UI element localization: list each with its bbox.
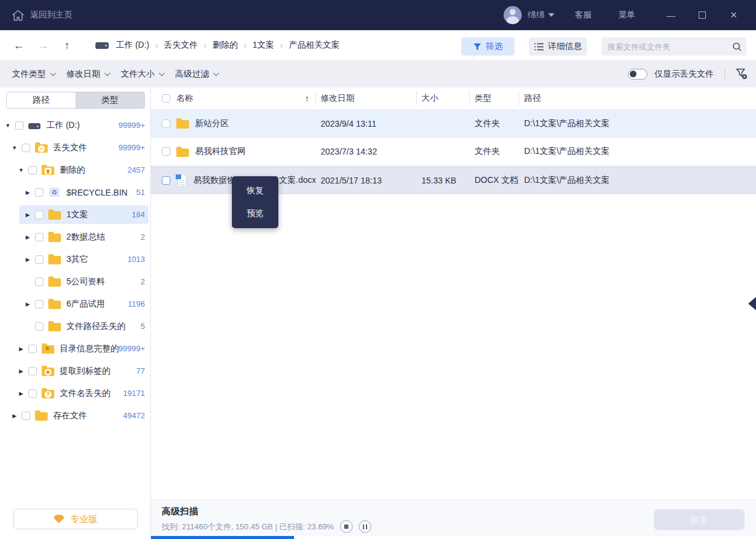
tab-type[interactable]: 类型 (75, 92, 144, 108)
upgrade-pro-button[interactable]: 专业版 (13, 509, 138, 529)
folder-icon (48, 323, 61, 331)
breadcrumb-item[interactable]: 产品相关文案 (287, 40, 341, 51)
filter-button[interactable]: 筛选 (461, 37, 514, 56)
column-header-size[interactable]: 大小 (417, 91, 470, 106)
clear-filter-icon[interactable] (736, 68, 748, 80)
row-checkbox[interactable] (162, 176, 170, 185)
column-header-date[interactable]: 修改日期 (316, 91, 417, 106)
scan-status-text: 找到: 211460个文件, 150.45 GB | 已扫描: 23.69% (162, 521, 334, 532)
tree-item-directory-complete[interactable]: ▶ ★ 目录信息完整的 99999+ (0, 337, 151, 360)
details-button[interactable]: 详细信息 (529, 37, 587, 56)
tree-item-lost-files[interactable]: ▼ − 丢失文件 99999+ (0, 136, 151, 159)
expand-icon[interactable]: ▶ (24, 212, 32, 218)
breadcrumb-item[interactable]: 丢失文件 (163, 40, 199, 51)
tree-item-existing-files[interactable]: ▶ 存在文件 49472 (0, 404, 151, 427)
row-checkbox[interactable] (162, 147, 170, 156)
tree-checkbox[interactable] (35, 233, 43, 241)
breadcrumb-item[interactable]: 工作 (D:) (115, 40, 150, 51)
row-checkbox[interactable] (162, 120, 170, 128)
tree-item-1-copywriting[interactable]: ▶ 1文案 184 (0, 203, 151, 226)
breadcrumb-separator: › (239, 41, 251, 50)
forward-button[interactable]: → (36, 39, 50, 52)
tree-item-work-drive[interactable]: ▼ 工作 (D:) 99999+ (0, 114, 151, 136)
support-link[interactable]: 客服 (575, 10, 592, 21)
expand-icon[interactable]: ▶ (17, 391, 25, 397)
tree-checkbox[interactable] (15, 121, 24, 130)
tree-item-filename-lost[interactable]: ▶ ? 文件名丢失的 19171 (0, 382, 151, 404)
expand-icon[interactable]: ▶ (10, 413, 19, 419)
lost-files-only-toggle[interactable] (628, 69, 647, 80)
collapse-panel-handle[interactable] (748, 297, 756, 310)
breadcrumb-separator: › (275, 41, 287, 50)
tree-checkbox[interactable] (28, 345, 37, 353)
username[interactable]: 绵绵 (528, 10, 545, 21)
tree-item-recycle-bin[interactable]: ▶ ♻ $RECYCLE.BIN 51 (0, 181, 151, 203)
dropdown-file-type[interactable]: 文件类型 (12, 69, 54, 80)
table-row[interactable]: 新站分区 2023/9/4 13:11 文件夹 D:\1文案\产品相关文案 (151, 109, 756, 138)
expand-icon[interactable]: ▶ (24, 234, 32, 240)
search-icon[interactable] (732, 42, 746, 51)
context-menu-item-recover[interactable]: 恢复 (232, 182, 278, 199)
tree-item-extracted-tags[interactable]: ▶ ◆ 提取到标签的 77 (0, 360, 151, 382)
up-button[interactable]: ↑ (60, 39, 74, 52)
sort-ascending-icon[interactable]: ↑ (305, 94, 309, 103)
close-button[interactable]: ✕ (725, 10, 743, 21)
column-header-name[interactable]: 名称 (176, 93, 193, 104)
expand-icon[interactable]: ▼ (10, 145, 19, 151)
tree-checkbox[interactable] (35, 255, 43, 264)
home-icon (12, 10, 24, 21)
breadcrumb-item[interactable]: 1文案 (251, 40, 275, 51)
tree-checkbox[interactable] (28, 367, 37, 375)
tree-checkbox[interactable] (35, 211, 43, 219)
menu-link[interactable]: 菜单 (618, 10, 635, 21)
home-button[interactable]: 返回到主页 (12, 10, 72, 21)
expand-icon[interactable]: ▶ (24, 190, 32, 196)
folder-icon (48, 256, 61, 264)
tree-checkbox[interactable] (35, 322, 43, 331)
recover-button-disabled[interactable]: 恢复 (654, 509, 745, 530)
filter-bar: 文件类型 修改日期 文件大小 高级过滤 仅显示丢失文件 (0, 60, 756, 88)
stop-scan-button[interactable] (340, 520, 353, 533)
dropdown-file-size[interactable]: 文件大小 (121, 69, 163, 80)
tree-item-5-company-files[interactable]: 5公司资料 2 (0, 270, 151, 293)
table-row[interactable]: 易我科技官网 2023/7/3 14:32 文件夹 D:\1文案\产品相关文案 (151, 138, 756, 166)
tree-checkbox[interactable] (35, 300, 43, 308)
tab-path[interactable]: 路径 (7, 92, 75, 108)
pause-scan-button[interactable] (359, 520, 371, 533)
dropdown-advanced-filter[interactable]: 高级过滤 (175, 69, 217, 80)
back-button[interactable]: ← (12, 39, 25, 52)
user-avatar[interactable] (504, 6, 522, 24)
select-all-checkbox[interactable] (162, 94, 170, 103)
tree-item-2-data-summary[interactable]: ▶ 2数据总结 2 (0, 226, 151, 248)
user-dropdown-icon[interactable] (548, 13, 554, 17)
tree-item-6-product-trial[interactable]: ▶ 6产品试用 1196 (0, 293, 151, 315)
tree-item-3-others[interactable]: ▶ 3其它 1013 (0, 248, 151, 270)
expand-icon[interactable]: ▶ (24, 301, 32, 307)
minimize-button[interactable]: — (662, 10, 680, 21)
tree-item-label: 丢失文件 (53, 142, 87, 153)
tree-item-deleted[interactable]: ▼ 删除的 2457 (0, 159, 151, 181)
tree-checkbox[interactable] (35, 278, 43, 286)
tree-item-path-lost[interactable]: 文件路径丢失的 5 (0, 315, 151, 337)
tree-checkbox[interactable] (35, 188, 43, 197)
expand-icon[interactable]: ▼ (4, 123, 12, 129)
column-header-path[interactable]: 路径 (519, 93, 756, 104)
expand-icon[interactable]: ▶ (17, 346, 25, 352)
column-header-type[interactable]: 类型 (470, 91, 519, 106)
expand-icon[interactable]: ▶ (17, 368, 25, 374)
item-count: 5 (141, 322, 145, 331)
context-menu-item-preview[interactable]: 预览 (232, 205, 278, 222)
tree-checkbox[interactable] (22, 412, 30, 420)
breadcrumb-item[interactable]: 删除的 (211, 40, 239, 51)
tree-item-label: 1文案 (66, 209, 88, 220)
tree-checkbox[interactable] (28, 166, 37, 174)
expand-icon[interactable]: ▼ (17, 167, 25, 173)
tree-checkbox[interactable] (22, 144, 30, 152)
search-input[interactable] (601, 42, 732, 51)
funnel-icon (473, 43, 481, 51)
sidebar: 路径 类型 ▼ 工作 (D:) 99999+ ▼ − 丢失文件 99999+ (0, 88, 151, 539)
dropdown-modified-date[interactable]: 修改日期 (66, 69, 109, 80)
expand-icon[interactable]: ▶ (24, 257, 32, 263)
tree-checkbox[interactable] (28, 389, 37, 398)
maximize-button[interactable] (693, 10, 711, 21)
